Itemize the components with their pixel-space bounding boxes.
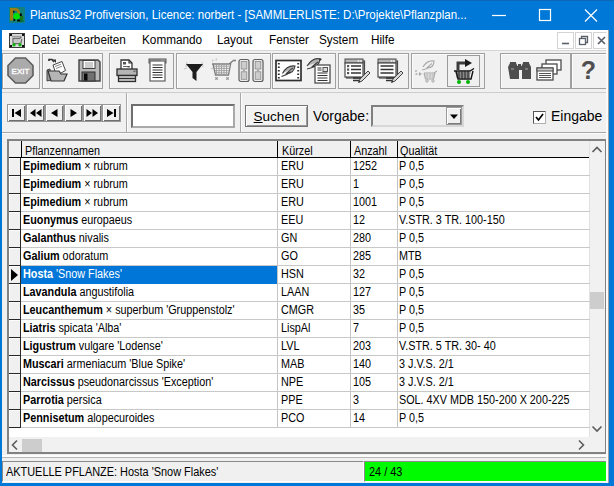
- svg-text:EXIT: EXIT: [12, 67, 30, 76]
